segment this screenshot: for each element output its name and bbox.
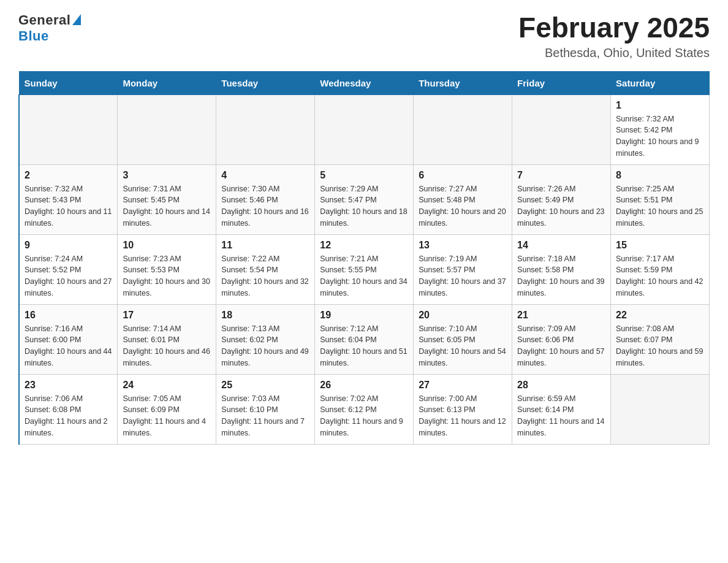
calendar-cell: 9Sunrise: 7:24 AMSunset: 5:52 PMDaylight… <box>19 234 118 304</box>
day-number: 3 <box>123 170 211 181</box>
day-number: 7 <box>517 170 605 181</box>
calendar-cell: 19Sunrise: 7:12 AMSunset: 6:04 PMDayligh… <box>315 304 414 374</box>
day-info: Sunrise: 7:02 AMSunset: 6:12 PMDaylight:… <box>320 393 408 439</box>
calendar-cell: 24Sunrise: 7:05 AMSunset: 6:09 PMDayligh… <box>118 374 216 444</box>
day-info: Sunrise: 7:29 AMSunset: 5:47 PMDaylight:… <box>320 183 408 229</box>
calendar-cell <box>19 94 118 164</box>
calendar-cell: 5Sunrise: 7:29 AMSunset: 5:47 PMDaylight… <box>315 164 414 234</box>
calendar-cell: 8Sunrise: 7:25 AMSunset: 5:51 PMDaylight… <box>611 164 710 234</box>
day-info: Sunrise: 7:00 AMSunset: 6:13 PMDaylight:… <box>419 393 507 439</box>
location-title: Bethesda, Ohio, United States <box>518 46 710 60</box>
day-number: 18 <box>221 310 309 321</box>
day-info: Sunrise: 7:14 AMSunset: 6:01 PMDaylight:… <box>123 323 211 369</box>
day-number: 2 <box>25 170 112 181</box>
day-info: Sunrise: 7:17 AMSunset: 5:59 PMDaylight:… <box>616 253 704 299</box>
day-of-week-header: Saturday <box>611 71 710 94</box>
day-number: 19 <box>320 310 408 321</box>
day-number: 14 <box>517 240 605 251</box>
day-info: Sunrise: 7:25 AMSunset: 5:51 PMDaylight:… <box>616 183 704 229</box>
day-number: 26 <box>320 380 408 391</box>
day-number: 25 <box>221 380 309 391</box>
day-of-week-header: Friday <box>512 71 611 94</box>
day-info: Sunrise: 7:27 AMSunset: 5:48 PMDaylight:… <box>419 183 507 229</box>
day-info: Sunrise: 7:18 AMSunset: 5:58 PMDaylight:… <box>517 253 605 299</box>
calendar-cell <box>118 94 216 164</box>
day-info: Sunrise: 7:26 AMSunset: 5:49 PMDaylight:… <box>517 183 605 229</box>
calendar-week-row: 1Sunrise: 7:32 AMSunset: 5:42 PMDaylight… <box>19 94 710 164</box>
calendar-cell <box>315 94 414 164</box>
day-info: Sunrise: 7:24 AMSunset: 5:52 PMDaylight:… <box>25 253 112 299</box>
logo: General Blue <box>18 12 81 44</box>
day-number: 28 <box>517 380 605 391</box>
day-number: 13 <box>419 240 507 251</box>
calendar-cell: 25Sunrise: 7:03 AMSunset: 6:10 PMDayligh… <box>216 374 315 444</box>
calendar-cell: 10Sunrise: 7:23 AMSunset: 5:53 PMDayligh… <box>118 234 216 304</box>
day-of-week-header: Wednesday <box>315 71 414 94</box>
calendar-cell: 27Sunrise: 7:00 AMSunset: 6:13 PMDayligh… <box>414 374 512 444</box>
calendar-cell <box>512 94 611 164</box>
calendar-cell: 23Sunrise: 7:06 AMSunset: 6:08 PMDayligh… <box>19 374 118 444</box>
page-header: General Blue February 2025 Bethesda, Ohi… <box>18 12 710 60</box>
calendar-cell: 7Sunrise: 7:26 AMSunset: 5:49 PMDaylight… <box>512 164 611 234</box>
day-number: 24 <box>123 380 211 391</box>
calendar-cell: 28Sunrise: 6:59 AMSunset: 6:14 PMDayligh… <box>512 374 611 444</box>
calendar-table: SundayMondayTuesdayWednesdayThursdayFrid… <box>18 71 710 445</box>
day-of-week-header: Sunday <box>19 71 118 94</box>
calendar-cell: 22Sunrise: 7:08 AMSunset: 6:07 PMDayligh… <box>611 304 710 374</box>
logo-triangle-icon <box>72 14 81 25</box>
calendar-cell: 3Sunrise: 7:31 AMSunset: 5:45 PMDaylight… <box>118 164 216 234</box>
day-of-week-header: Thursday <box>414 71 512 94</box>
day-info: Sunrise: 7:22 AMSunset: 5:54 PMDaylight:… <box>221 253 309 299</box>
day-number: 20 <box>419 310 507 321</box>
month-title: February 2025 <box>518 12 710 44</box>
day-info: Sunrise: 7:12 AMSunset: 6:04 PMDaylight:… <box>320 323 408 369</box>
calendar-cell: 15Sunrise: 7:17 AMSunset: 5:59 PMDayligh… <box>611 234 710 304</box>
calendar-cell: 1Sunrise: 7:32 AMSunset: 5:42 PMDaylight… <box>611 94 710 164</box>
day-number: 10 <box>123 240 211 251</box>
day-number: 4 <box>221 170 309 181</box>
calendar-cell: 14Sunrise: 7:18 AMSunset: 5:58 PMDayligh… <box>512 234 611 304</box>
calendar-header-row: SundayMondayTuesdayWednesdayThursdayFrid… <box>19 71 710 94</box>
title-area: February 2025 Bethesda, Ohio, United Sta… <box>518 12 710 60</box>
calendar-cell: 16Sunrise: 7:16 AMSunset: 6:00 PMDayligh… <box>19 304 118 374</box>
calendar-cell <box>414 94 512 164</box>
day-info: Sunrise: 7:32 AMSunset: 5:42 PMDaylight:… <box>616 113 704 159</box>
day-info: Sunrise: 6:59 AMSunset: 6:14 PMDaylight:… <box>517 393 605 439</box>
calendar-cell: 2Sunrise: 7:32 AMSunset: 5:43 PMDaylight… <box>19 164 118 234</box>
day-number: 15 <box>616 240 704 251</box>
day-info: Sunrise: 7:32 AMSunset: 5:43 PMDaylight:… <box>25 183 112 229</box>
day-number: 22 <box>616 310 704 321</box>
day-info: Sunrise: 7:03 AMSunset: 6:10 PMDaylight:… <box>221 393 309 439</box>
calendar-cell: 20Sunrise: 7:10 AMSunset: 6:05 PMDayligh… <box>414 304 512 374</box>
day-info: Sunrise: 7:16 AMSunset: 6:00 PMDaylight:… <box>25 323 112 369</box>
calendar-cell <box>611 374 710 444</box>
day-info: Sunrise: 7:10 AMSunset: 6:05 PMDaylight:… <box>419 323 507 369</box>
day-info: Sunrise: 7:30 AMSunset: 5:46 PMDaylight:… <box>221 183 309 229</box>
calendar-cell: 12Sunrise: 7:21 AMSunset: 5:55 PMDayligh… <box>315 234 414 304</box>
calendar-week-row: 16Sunrise: 7:16 AMSunset: 6:00 PMDayligh… <box>19 304 710 374</box>
day-number: 9 <box>25 240 112 251</box>
calendar-cell: 26Sunrise: 7:02 AMSunset: 6:12 PMDayligh… <box>315 374 414 444</box>
day-info: Sunrise: 7:06 AMSunset: 6:08 PMDaylight:… <box>25 393 112 439</box>
calendar-cell <box>216 94 315 164</box>
calendar-cell: 4Sunrise: 7:30 AMSunset: 5:46 PMDaylight… <box>216 164 315 234</box>
day-info: Sunrise: 7:05 AMSunset: 6:09 PMDaylight:… <box>123 393 211 439</box>
day-info: Sunrise: 7:13 AMSunset: 6:02 PMDaylight:… <box>221 323 309 369</box>
day-info: Sunrise: 7:08 AMSunset: 6:07 PMDaylight:… <box>616 323 704 369</box>
day-info: Sunrise: 7:21 AMSunset: 5:55 PMDaylight:… <box>320 253 408 299</box>
day-number: 21 <box>517 310 605 321</box>
day-number: 17 <box>123 310 211 321</box>
day-info: Sunrise: 7:23 AMSunset: 5:53 PMDaylight:… <box>123 253 211 299</box>
day-info: Sunrise: 7:31 AMSunset: 5:45 PMDaylight:… <box>123 183 211 229</box>
calendar-cell: 13Sunrise: 7:19 AMSunset: 5:57 PMDayligh… <box>414 234 512 304</box>
day-number: 6 <box>419 170 507 181</box>
day-number: 23 <box>25 380 112 391</box>
calendar-cell: 6Sunrise: 7:27 AMSunset: 5:48 PMDaylight… <box>414 164 512 234</box>
day-number: 1 <box>616 100 704 111</box>
day-number: 8 <box>616 170 704 181</box>
calendar-week-row: 9Sunrise: 7:24 AMSunset: 5:52 PMDaylight… <box>19 234 710 304</box>
day-info: Sunrise: 7:19 AMSunset: 5:57 PMDaylight:… <box>419 253 507 299</box>
calendar-cell: 17Sunrise: 7:14 AMSunset: 6:01 PMDayligh… <box>118 304 216 374</box>
day-number: 12 <box>320 240 408 251</box>
day-number: 11 <box>221 240 309 251</box>
